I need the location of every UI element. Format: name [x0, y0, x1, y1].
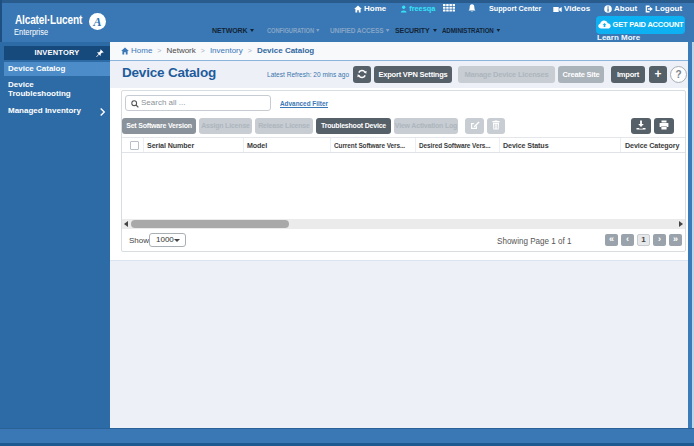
svg-text:A: A [92, 15, 101, 29]
